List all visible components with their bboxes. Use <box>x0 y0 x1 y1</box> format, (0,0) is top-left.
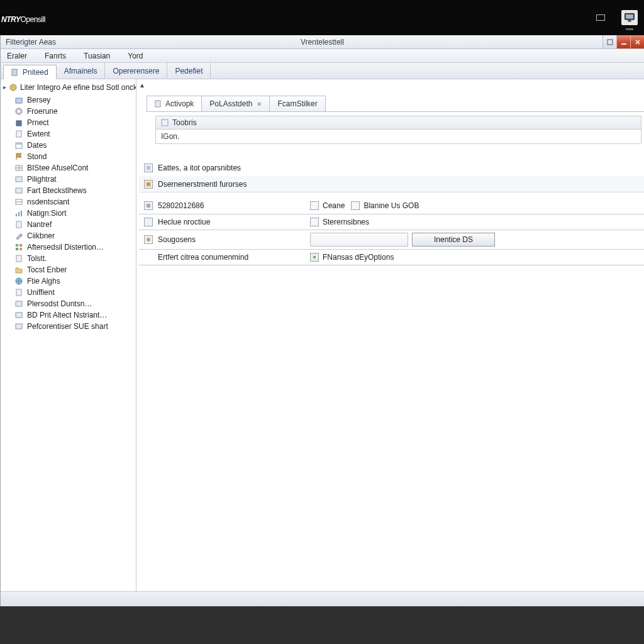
action-button[interactable]: Inentice DS <box>412 233 495 247</box>
window-titlebar: Filterigter Aeas Vrentelesttell <box>1 35 644 49</box>
monitor-icon <box>623 11 636 24</box>
section-icon <box>144 164 153 172</box>
flag-icon <box>14 152 23 161</box>
detail-tab[interactable]: FcamStilker <box>269 96 325 111</box>
tree-item[interactable]: Fart Bteckstlhews <box>1 185 136 196</box>
detail-tab-label: Activopk <box>165 99 194 108</box>
main-tab-active[interactable]: Pniteed <box>3 65 57 79</box>
menu-item[interactable]: Eraler <box>7 52 27 60</box>
main-tab[interactable]: Pedefiet <box>167 63 211 79</box>
tree-item[interactable]: Pilightrat <box>1 174 136 185</box>
list-icon <box>14 175 23 184</box>
property-list: Eattes, a itot oparsnibtes Dsernenerstme… <box>139 160 644 265</box>
property-row: Sougosens Inentice DS <box>139 230 644 249</box>
tree-root[interactable]: ▸ Liter Integro Ae efine bsd Sotl onckre… <box>1 80 136 94</box>
gear-icon <box>14 107 23 116</box>
tree-item[interactable]: BIStee AfuselCont <box>1 162 136 174</box>
tree-item[interactable]: Natign:Siort <box>1 208 136 219</box>
svg-rect-37 <box>147 166 150 170</box>
tree-item[interactable]: Pefcorentiser SUE shart <box>1 321 136 332</box>
list-icon <box>14 186 23 195</box>
fields-row-label: IGon. <box>161 132 179 141</box>
svg-rect-11 <box>16 131 21 137</box>
tree-item[interactable]: Bersey <box>1 94 136 106</box>
tree-item-label: Prnect <box>27 118 49 127</box>
window-minimize-icon[interactable] <box>596 14 605 21</box>
brand-thin: Opensill <box>20 15 45 24</box>
action-button-label: Inentice DS <box>434 235 473 244</box>
main-tab-label: Afmainels <box>64 67 97 75</box>
tree-item[interactable]: Froerune <box>1 106 136 117</box>
titlebar-help-button[interactable] <box>602 35 616 48</box>
menu-item[interactable]: Tuasian <box>84 52 110 60</box>
svg-rect-21 <box>16 214 17 216</box>
menu-bar: Eraler Fanrts Tuasian Yord <box>1 49 644 63</box>
table-icon <box>14 164 23 172</box>
fields-panel-header[interactable]: Toobris <box>156 116 641 130</box>
list-icon <box>14 322 23 331</box>
main-tab[interactable]: Afmainels <box>57 63 106 79</box>
main-tab-label: Pniteed <box>23 68 48 77</box>
main-tabstrip: Pniteed Afmainels Opererensere Pedefiet <box>1 63 644 79</box>
fields-row[interactable]: IGon. <box>156 130 641 143</box>
svg-rect-1 <box>626 14 633 19</box>
svg-point-42 <box>147 238 150 242</box>
tree-item[interactable]: Dates <box>1 140 136 151</box>
system-tray-icon[interactable]: nces <box>621 10 638 25</box>
property-dropdown[interactable] <box>310 233 408 247</box>
id-icon <box>144 201 153 210</box>
desktop-taskbar <box>0 606 644 644</box>
titlebar-minimize-button[interactable] <box>616 35 630 48</box>
close-icon[interactable]: ✕ <box>257 101 262 108</box>
table-icon <box>14 197 23 206</box>
page-icon <box>14 288 23 297</box>
svg-rect-35 <box>155 101 160 107</box>
titlebar-close-button[interactable] <box>630 35 644 48</box>
main-tab-label: Pedefiet <box>175 67 203 75</box>
menu-item[interactable]: Yord <box>128 52 143 60</box>
detail-tabstrip: Activopk PoLAsstdeth ✕ FcamStilker <box>147 96 644 112</box>
form-icon <box>161 119 169 126</box>
tree-item[interactable]: Aftersedsil Distertion… <box>1 242 136 253</box>
svg-rect-36 <box>162 119 168 126</box>
property-value: Blanine Us GOB <box>364 201 419 210</box>
tree-item[interactable]: Nantref <box>1 219 136 230</box>
tree-item-label: Uniffient <box>27 288 55 297</box>
tree-item[interactable]: Ftie Alghs <box>1 275 136 287</box>
svg-rect-5 <box>12 69 17 75</box>
tree-root-label: Liter Integro Ae efine bsd Sotl onckreac… <box>20 83 136 92</box>
tree-item[interactable]: Tolstt. <box>1 253 136 264</box>
tree-item[interactable]: Uniffient <box>1 287 136 298</box>
main-tab-label: Opererensere <box>113 67 159 75</box>
svg-rect-4 <box>621 43 626 45</box>
svg-rect-28 <box>19 248 22 250</box>
svg-rect-18 <box>16 188 22 193</box>
svg-rect-22 <box>18 212 19 216</box>
cube-icon <box>14 96 23 104</box>
tree-expand-icon[interactable]: ▸ <box>3 84 6 91</box>
detail-tab-active[interactable]: Activopk <box>147 96 202 111</box>
detail-tab[interactable]: PoLAsstdeth ✕ <box>201 96 270 111</box>
tree-item[interactable]: Ewtent <box>1 128 136 140</box>
tree-item[interactable]: BD Prit Altect Nstriant… <box>1 309 136 321</box>
svg-rect-23 <box>21 211 22 216</box>
tree-item[interactable]: Ciikbner <box>1 230 136 242</box>
tree-item[interactable]: Stond <box>1 151 136 162</box>
tree-item[interactable]: Prnect <box>1 117 136 128</box>
titlebar-center-text: Vrentelesttell <box>301 38 344 47</box>
main-tab[interactable]: Opererensere <box>105 63 167 79</box>
svg-point-9 <box>18 110 20 113</box>
svg-rect-2 <box>628 20 631 21</box>
tree-item[interactable]: Tocst Enber <box>1 264 136 275</box>
tree-item[interactable]: Plersodst Duntsn… <box>1 298 136 309</box>
tree-item-label: Ewtent <box>27 130 50 138</box>
property-label: Heclue nroctiue <box>158 218 210 226</box>
section-label: Eattes, a itot oparsnibtes <box>158 164 241 172</box>
svg-rect-3 <box>608 40 613 45</box>
main-window: Filterigter Aeas Vrentelesttell Eraler F… <box>0 35 644 606</box>
list-icon <box>14 299 23 308</box>
menu-item[interactable]: Fanrts <box>45 52 66 60</box>
tree-item[interactable]: nsdentsciant <box>1 196 136 208</box>
property-value: Sterernsibnes <box>323 218 369 226</box>
scroll-up-arrow-icon[interactable]: ▲ <box>139 82 145 89</box>
